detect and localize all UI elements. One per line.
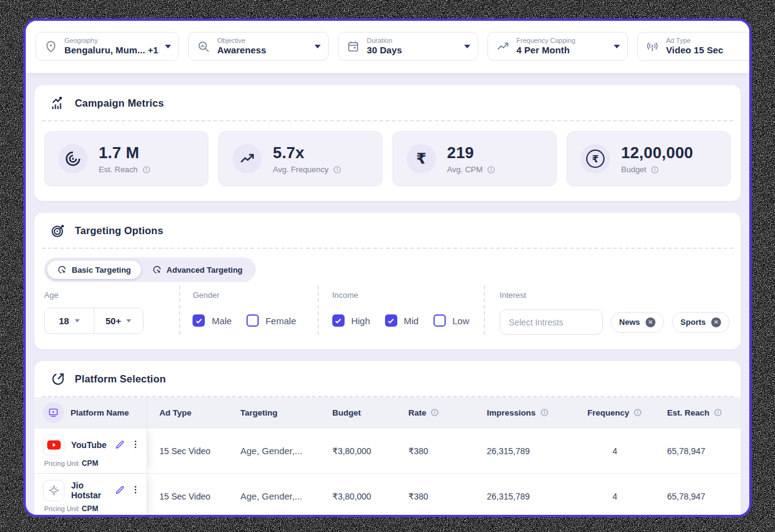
cell-est-reach: 65,78,947 xyxy=(655,446,741,456)
interest-input[interactable] xyxy=(500,310,603,335)
info-icon[interactable] xyxy=(714,408,722,417)
kebab-menu-icon[interactable] xyxy=(131,439,140,452)
click-target-icon xyxy=(57,265,67,275)
remove-chip-icon[interactable]: ✕ xyxy=(646,317,655,327)
metric-value: 219 xyxy=(447,143,495,162)
trend-up-icon xyxy=(232,144,262,173)
section-title: Platform Selection xyxy=(75,373,166,385)
column-est-reach: Est. Reach xyxy=(655,408,741,417)
chevron-down-icon xyxy=(165,45,171,48)
column-rate: Rate xyxy=(396,408,475,417)
metric-label: Budget xyxy=(621,165,646,174)
pricing-unit: Pricing UnitCPM xyxy=(43,459,140,468)
target-dart-icon xyxy=(50,223,66,238)
info-icon[interactable] xyxy=(333,165,342,174)
checkbox-high[interactable]: High xyxy=(332,314,370,327)
checkbox-unchecked-icon xyxy=(433,314,446,327)
checkbox-checked-icon xyxy=(332,314,345,327)
rupee-circle-icon: ₹ xyxy=(581,144,610,173)
platform-table: Platform Name Ad Type Targeting Budget R… xyxy=(34,397,741,515)
jio-hotstar-logo xyxy=(43,480,64,501)
edit-pencil-icon[interactable] xyxy=(115,439,126,452)
chart-bars-icon xyxy=(50,96,66,111)
filter-bar: Geography Bengaluru, Mum... +1 Objective… xyxy=(26,21,749,73)
filter-value: Video 15 Sec xyxy=(666,45,723,56)
column-platform-name: Platform Name xyxy=(34,397,147,428)
cell-budget: ₹3,80,000 xyxy=(320,492,396,501)
objective-dropdown[interactable]: Objective Awareness xyxy=(188,32,329,61)
info-icon[interactable] xyxy=(430,408,439,417)
age-from-dropdown[interactable]: 18 xyxy=(45,308,94,333)
age-to-dropdown[interactable]: 50+ xyxy=(94,308,143,333)
tab-basic-targeting[interactable]: Basic Targeting xyxy=(47,260,141,279)
duration-dropdown[interactable]: Duration 30 Days xyxy=(338,32,478,61)
cell-est-reach: 65,78,947 xyxy=(655,492,741,501)
platform-cell: YouTube Pricing UnitCPM xyxy=(34,428,147,473)
filter-value: Awareness xyxy=(217,45,266,56)
table-row-jio-hotstar: Jio Hotstar Pricing Unit xyxy=(34,473,741,515)
campaign-metrics-card: Campaign Metrics 1.7 M Est. Reach xyxy=(34,85,741,201)
cell-budget: ₹3,80,000 xyxy=(320,446,396,456)
checkbox-female[interactable]: Female xyxy=(246,314,296,327)
kebab-menu-icon[interactable] xyxy=(131,484,140,497)
cell-targeting: Age, Gender,... xyxy=(228,446,320,456)
table-row-youtube: YouTube Pricing UnitCPM xyxy=(34,428,741,473)
calendar-icon xyxy=(346,40,360,53)
app-window: Geography Bengaluru, Mum... +1 Objective… xyxy=(23,18,752,517)
cell-frequency: 4 xyxy=(575,492,655,501)
ad-type-dropdown[interactable]: Ad Type Video 15 Sec xyxy=(637,32,752,61)
metric-card-budget: ₹ 12,00,000 Budget xyxy=(567,131,731,186)
age-label: Age xyxy=(44,291,168,300)
frequency-capping-dropdown[interactable]: Frequency Capping 4 Per Month xyxy=(487,32,628,61)
platform-selection-card: Platform Selection Platform Name Ad Type… xyxy=(34,361,741,515)
info-icon[interactable] xyxy=(487,165,495,174)
youtube-logo xyxy=(43,435,64,456)
filter-value: 30 Days xyxy=(367,45,402,56)
info-icon[interactable] xyxy=(142,165,151,174)
column-frequency: Frequency xyxy=(575,408,655,417)
platform-cell: Jio Hotstar Pricing Unit xyxy=(34,474,147,515)
interest-chip-sports: Sports ✕ xyxy=(672,312,730,333)
tab-advanced-targeting[interactable]: Advanced Targeting xyxy=(142,260,253,279)
checkbox-unchecked-icon xyxy=(246,314,259,327)
broadcast-icon xyxy=(646,40,659,53)
checkbox-male[interactable]: Male xyxy=(193,314,232,327)
chevron-down-icon xyxy=(315,45,321,48)
location-pin-icon xyxy=(44,40,58,53)
chevron-down-icon xyxy=(126,319,131,322)
info-icon[interactable] xyxy=(540,408,549,417)
cell-targeting: Age, Gender,... xyxy=(228,491,320,501)
video-screen-icon xyxy=(43,402,64,423)
tab-label: Basic Targeting xyxy=(72,265,131,275)
filter-label: Frequency Capping xyxy=(516,37,575,45)
section-title: Targeting Options xyxy=(75,225,163,237)
reach-spiral-icon xyxy=(58,144,88,173)
interest-chip-news: News ✕ xyxy=(611,312,664,333)
gender-label: Gender xyxy=(193,291,306,300)
age-range-select: 18 50+ xyxy=(44,308,143,334)
chevron-down-icon xyxy=(614,45,620,48)
chevron-down-icon xyxy=(75,319,80,322)
checkbox-checked-icon xyxy=(193,314,205,327)
page-content: Campaign Metrics 1.7 M Est. Reach xyxy=(26,73,749,515)
checkbox-mid[interactable]: Mid xyxy=(385,314,419,327)
filter-label: Objective xyxy=(217,37,266,45)
column-impressions: Impressions xyxy=(475,408,575,417)
checkbox-low[interactable]: Low xyxy=(433,314,470,327)
metric-label: Avg. CPM xyxy=(447,165,483,174)
edit-pencil-icon[interactable] xyxy=(115,484,126,497)
metric-value: 1.7 M xyxy=(99,143,151,162)
cell-frequency: 4 xyxy=(575,446,655,456)
column-targeting: Targeting xyxy=(228,408,320,417)
info-icon[interactable] xyxy=(651,165,659,174)
section-title: Campaign Metrics xyxy=(75,97,164,109)
rupee-icon: ₹ xyxy=(407,144,436,173)
info-icon[interactable] xyxy=(633,408,642,417)
remove-chip-icon[interactable]: ✕ xyxy=(711,317,721,327)
metric-card-est-reach: 1.7 M Est. Reach xyxy=(44,131,208,186)
income-label: Income xyxy=(332,291,473,300)
column-ad-type: Ad Type xyxy=(147,408,228,417)
retarget-circle-icon xyxy=(50,371,66,387)
interest-label: Interest xyxy=(500,291,730,300)
geography-dropdown[interactable]: Geography Bengaluru, Mum... +1 xyxy=(36,32,179,61)
